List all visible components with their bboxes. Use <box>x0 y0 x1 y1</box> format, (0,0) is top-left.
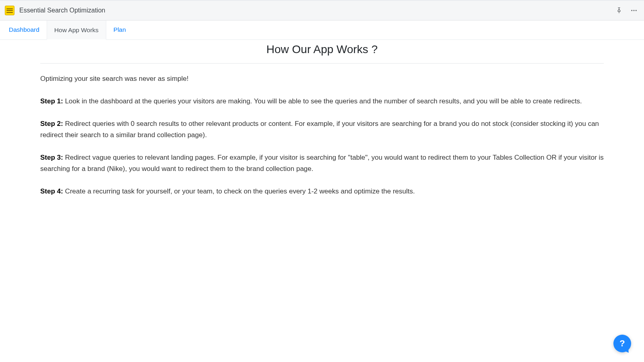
svg-point-2 <box>631 10 632 11</box>
intro-text: Optimizing your site search was never as… <box>40 75 604 83</box>
page-title: How Our App Works ? <box>40 43 604 56</box>
more-actions-button[interactable] <box>630 7 638 14</box>
step-1-label: Step 1: <box>40 97 63 105</box>
tab-how-app-works[interactable]: How App Works <box>47 21 106 40</box>
help-chat-button[interactable]: ? <box>613 335 631 352</box>
main-content: How Our App Works ? Optimizing your site… <box>0 43 644 197</box>
tab-bar: Dashboard How App Works Plan <box>0 21 644 40</box>
step-1: Step 1: Look in the dashboard at the que… <box>40 96 604 107</box>
step-2: Step 2: Redirect queries with 0 search r… <box>40 118 604 141</box>
pin-icon <box>616 7 622 14</box>
app-logo-icon <box>5 6 14 15</box>
app-title: Essential Search Optimization <box>19 7 105 14</box>
step-4-text: Create a recurring task for yourself, or… <box>63 187 415 195</box>
step-3: Step 3: Redirect vague queries to releva… <box>40 152 604 175</box>
app-header: Essential Search Optimization <box>0 1 644 21</box>
svg-point-3 <box>634 10 635 11</box>
header-left: Essential Search Optimization <box>5 6 105 15</box>
step-4: Step 4: Create a recurring task for your… <box>40 186 604 197</box>
tab-plan[interactable]: Plan <box>106 21 133 39</box>
header-right <box>616 7 638 14</box>
more-horizontal-icon <box>630 7 638 14</box>
heading-divider <box>40 63 604 64</box>
help-icon: ? <box>619 338 625 349</box>
step-3-label: Step 3: <box>40 154 63 161</box>
pin-button[interactable] <box>616 7 622 14</box>
svg-point-4 <box>636 10 637 11</box>
tab-dashboard[interactable]: Dashboard <box>2 21 47 39</box>
step-3-text: Redirect vague queries to relevant landi… <box>40 154 604 173</box>
step-2-label: Step 2: <box>40 120 63 128</box>
step-4-label: Step 4: <box>40 187 63 195</box>
step-1-text: Look in the dashboard at the queries you… <box>63 97 582 105</box>
step-2-text: Redirect queries with 0 search results t… <box>40 120 599 139</box>
